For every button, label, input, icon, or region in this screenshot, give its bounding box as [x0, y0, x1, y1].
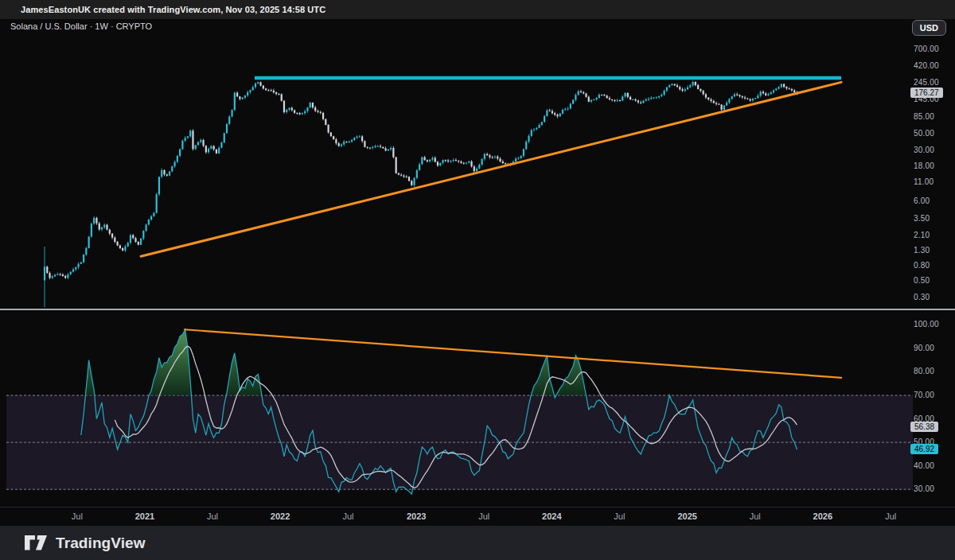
- candle-body: [195, 145, 197, 149]
- rsi-axis-label: 80.00: [914, 367, 934, 375]
- candle-body: [749, 99, 750, 101]
- candle-body: [752, 99, 754, 100]
- candle-body: [775, 89, 777, 91]
- rsi-ma-badge: 56.38: [910, 422, 938, 432]
- candle-body: [134, 238, 136, 242]
- candle-body: [83, 255, 84, 262]
- candle-body: [257, 82, 259, 84]
- candle-body: [106, 225, 107, 230]
- candle-body: [296, 113, 298, 114]
- candle-body: [156, 194, 158, 212]
- support-trendline: [141, 82, 841, 256]
- candle-body: [140, 239, 142, 245]
- candle-body: [57, 274, 58, 275]
- candle-body: [325, 119, 326, 125]
- candle-body: [400, 175, 402, 176]
- candle-body: [213, 146, 215, 150]
- candle-body: [99, 224, 100, 230]
- candle-body: [419, 164, 420, 169]
- candle-body: [224, 133, 225, 142]
- candle-body: [575, 95, 576, 99]
- candle-body: [531, 130, 532, 136]
- candle-body: [789, 88, 790, 89]
- chart-canvas[interactable]: [0, 0, 955, 560]
- candle-body: [458, 161, 459, 161]
- currency-toggle-button[interactable]: USD: [912, 20, 946, 36]
- candle-body: [236, 93, 238, 97]
- candle-body: [684, 89, 686, 91]
- candles-layer: [44, 81, 798, 308]
- candle-body: [460, 161, 462, 163]
- candle-body: [658, 96, 660, 97]
- candle-body: [455, 160, 457, 161]
- candle-body: [46, 266, 48, 273]
- price-axis-label: 245.00: [914, 78, 939, 87]
- candle-body: [208, 149, 209, 153]
- candle-body: [666, 88, 668, 91]
- candle-body: [252, 88, 254, 91]
- trendlines-layer[interactable]: [141, 78, 841, 378]
- candle-body: [288, 108, 290, 110]
- candle-body: [614, 100, 615, 101]
- candle-body: [681, 89, 683, 91]
- candle-body: [494, 157, 496, 158]
- candle-body: [406, 177, 407, 177]
- candle-body: [603, 95, 605, 95]
- candle-body: [661, 95, 662, 96]
- candle-body: [760, 91, 762, 95]
- candle-body: [538, 125, 540, 128]
- candle-body: [570, 104, 571, 109]
- candle-body: [169, 172, 170, 176]
- candle-body: [367, 147, 368, 148]
- candle-body: [62, 274, 64, 276]
- candle-body: [544, 116, 545, 122]
- candle-body: [445, 160, 446, 161]
- candle-body: [476, 169, 477, 171]
- candle-body: [88, 236, 90, 247]
- time-axis-label: 2023: [407, 511, 426, 521]
- candle-body: [396, 158, 397, 173]
- tradingview-logo-icon[interactable]: [24, 535, 48, 551]
- rsi-trendline: [185, 329, 841, 378]
- candle-body: [263, 86, 264, 89]
- candle-body: [765, 93, 766, 95]
- rsi-axis-label: 100.00: [914, 320, 939, 329]
- candle-body: [380, 146, 381, 147]
- candle-body: [359, 136, 361, 137]
- candle-body: [351, 140, 353, 142]
- candle-body: [117, 242, 119, 245]
- pane-separator[interactable]: [0, 309, 955, 310]
- candle-body: [330, 133, 332, 137]
- candle-body: [364, 141, 365, 146]
- candle-body: [528, 136, 529, 142]
- candle-body: [114, 238, 115, 242]
- candle-body: [664, 91, 665, 95]
- candle-body: [640, 103, 641, 103]
- candle-body: [642, 101, 644, 103]
- candle-body: [275, 92, 277, 94]
- candle-body: [762, 91, 764, 93]
- tradingview-wordmark[interactable]: TradingView: [56, 535, 146, 552]
- candle-body: [515, 158, 516, 161]
- candle-body: [585, 93, 587, 96]
- price-axis-label: 420.00: [914, 61, 939, 70]
- candle-body: [145, 224, 146, 231]
- candle-body: [291, 108, 293, 111]
- candle-body: [742, 96, 743, 97]
- candle-body: [127, 243, 129, 247]
- candle-body: [533, 130, 535, 130]
- candle-body: [304, 111, 306, 113]
- candle-body: [181, 141, 183, 149]
- candle-body: [588, 97, 590, 102]
- time-axis-label: 2026: [813, 511, 832, 521]
- time-axis-label: 2024: [542, 511, 561, 521]
- price-axis-label: 0.50: [914, 276, 930, 285]
- candle-body: [627, 93, 629, 97]
- candle-body: [187, 136, 189, 138]
- price-axis-label: 11.00: [914, 177, 934, 186]
- rsi-axis-label: 70.00: [914, 391, 934, 399]
- candle-body: [609, 98, 610, 99]
- candle-body: [197, 142, 199, 145]
- candle-body: [713, 101, 715, 103]
- candle-body: [341, 145, 342, 146]
